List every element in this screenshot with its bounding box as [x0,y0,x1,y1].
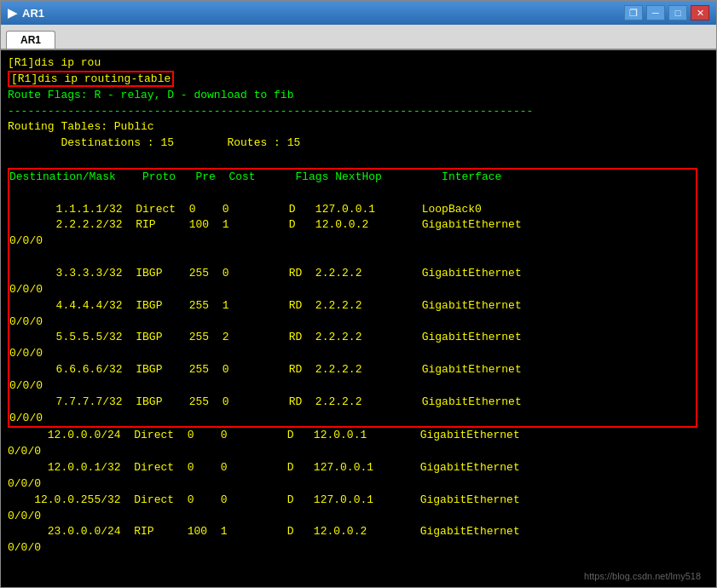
table-row: 5.5.5.5/32 IBGP 255 2 RD 2.2.2.2 Gigabit… [9,330,696,346]
blank-line-2 [9,186,696,202]
cmd1-line: [R1]dis ip rou [8,55,701,72]
table-row: 23.0.0.0/24 RIP 100 1 D 12.0.0.2 Gigabit… [8,524,701,540]
destinations-line: Destinations : 15 Routes : 15 [8,135,701,152]
table-row: 4.4.4.4/32 IBGP 255 1 RD 2.2.2.2 Gigabit… [9,298,696,314]
minimize-button[interactable]: ─ [646,5,665,20]
table-row: 6.6.6.6/32 IBGP 255 0 RD 2.2.2.2 Gigabit… [9,362,696,378]
title-bar: ▶ AR1 ❐ ─ □ ✕ [1,1,716,25]
app-icon: ▶ [8,6,17,20]
title-bar-left: ▶ AR1 [8,6,44,20]
blank-line-1 [8,152,701,168]
table-row: 12.0.0.255/32 Direct 0 0 D 127.0.0.1 Gig… [8,493,701,509]
routing-table-box: Destination/Mask Proto Pre Cost Flags Ne… [8,168,697,429]
window-controls: ❐ ─ □ ✕ [624,5,709,20]
table-row: 0/0/0 [9,314,696,331]
tab-bar: AR1 [1,25,716,50]
table-row: 0/0/0 [9,346,696,362]
highlighted-command: [R1]dis ip routing-table [8,71,174,87]
window-title: AR1 [22,7,44,20]
table-row: 3.3.3.3/32 IBGP 255 0 RD 2.2.2.2 Gigabit… [9,266,696,282]
table-row: 12.0.0.1/32 Direct 0 0 D 127.0.0.1 Gigab… [8,460,701,476]
table-row: 7.7.7.7/32 IBGP 255 0 RD 2.2.2.2 Gigabit… [9,395,696,411]
table-row: 0/0/0 [9,233,696,250]
cmd2-line: [R1]dis ip routing-table [8,72,701,88]
routing-tables-line: Routing Tables: Public [8,119,701,135]
main-window: ▶ AR1 ❐ ─ □ ✕ AR1 [R1]dis ip rou [R1]dis… [0,0,717,588]
table-row: 0/0/0 [8,509,701,525]
table-row: 0/0/0 [9,411,696,427]
table-row: 12.0.0.0/24 Direct 0 0 D 12.0.0.1 Gigabi… [8,428,701,444]
blank-line-3 [9,250,696,266]
tab-ar1[interactable]: AR1 [6,31,55,49]
watermark: https://blog.csdn.net/lmy518 [584,570,701,584]
table-row: 0/0/0 [8,540,701,556]
table-row: 0/0/0 [8,476,701,493]
table-row: 0/0/0 [8,444,701,460]
table-header: Destination/Mask Proto Pre Cost Flags Ne… [9,170,696,186]
terminal-content[interactable]: [R1]dis ip rou [R1]dis ip routing-table … [8,55,713,582]
separator-line: ----------------------------------------… [8,104,701,120]
table-row: 0/0/0 [9,282,696,298]
table-row: 0/0/0 [9,378,696,395]
flags-line: Route Flags: R - relay, D - download to … [8,88,701,104]
terminal-area[interactable]: [R1]dis ip rou [R1]dis ip routing-table … [1,50,716,587]
restore-button[interactable]: ❐ [624,5,643,20]
close-button[interactable]: ✕ [691,5,709,20]
table-row: 2.2.2.2/32 RIP 100 1 D 12.0.0.2 GigabitE… [9,217,696,233]
table-row: 1.1.1.1/32 Direct 0 0 D 127.0.0.1 LoopBa… [9,202,696,218]
maximize-button[interactable]: □ [668,5,687,20]
